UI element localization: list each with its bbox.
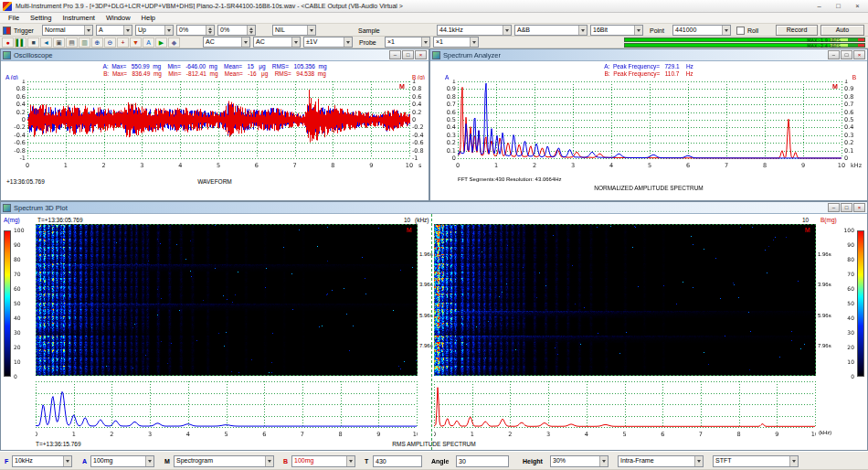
menu-help[interactable]: Help [136,14,161,22]
frame-mode-select[interactable]: Intra-Frame [618,455,704,467]
print-icon[interactable]: ▤ [66,37,78,48]
voltage-range-select[interactable]: ±1V [303,37,353,48]
plot3d-close-button[interactable]: × [853,203,865,212]
osc-maximize-button[interactable]: □ [402,50,414,59]
auto-button[interactable]: Auto [820,25,864,36]
cursor-icon[interactable]: + [117,37,129,48]
sampling-rate-select[interactable]: 44.1kHz [437,25,512,36]
coupling-b-select[interactable]: AC [253,37,301,48]
sampling-channels-value: A&B [515,26,578,35]
probe-b-select[interactable]: ×1 [433,37,479,48]
record-icon[interactable]: ● [2,37,14,48]
spinner-arrows-icon [247,26,255,35]
dropdown-arrow-icon [84,26,92,35]
bit-resolution-select[interactable]: 16Bit [590,25,643,36]
waveform-plot[interactable] [1,80,429,175]
dropdown-arrow-icon [694,456,703,466]
height-select[interactable]: 30% [550,455,609,467]
scale-a-label: A [82,458,87,465]
fmax-select[interactable]: 10kHz [12,455,72,467]
osc-minimize-button[interactable]: – [389,50,401,59]
scale-a-select[interactable]: 100mg [90,455,154,467]
sample-label: Sample [358,27,380,34]
zoom-in-icon[interactable]: ⊕ [91,37,103,48]
trigger-source-value: A [97,26,123,35]
spec-close-button[interactable]: × [853,50,865,59]
close-button[interactable]: × [850,1,865,11]
coupling-a-select[interactable]: AC [203,37,250,48]
sg-b-marker[interactable]: M [805,227,810,233]
spectrogram-b[interactable] [434,224,816,376]
osc-marker[interactable]: M [399,83,405,90]
voltage-range-value: ±1V [304,37,344,47]
view-icon[interactable]: ◆ [168,37,180,48]
plot3d-maximize-button[interactable]: □ [841,203,852,212]
dropdown-arrow-icon [164,26,173,35]
rms-spectrum-b[interactable] [434,381,816,440]
window-title: Multi-Instrument Pro 3.9 - [+3DP+DLG+LCR… [16,3,808,9]
spectrogram-a[interactable] [36,224,418,376]
plot3d-title: Spectrum 3D Plot [14,204,68,212]
trigger-source-select[interactable]: A [96,25,132,36]
spectrum-plot[interactable] [430,80,867,175]
freq-max-label: 10 [404,217,410,223]
menu-instrument[interactable]: Instrument [57,14,100,22]
display-mode-select[interactable]: Spectrogram [174,455,274,467]
coupling-a-value: AC [204,37,241,47]
trigger-delay-spinner[interactable]: 0% [217,25,256,36]
probe-a-select[interactable]: ×1 [385,37,430,48]
dropdown-arrow-icon [63,456,71,466]
frequency-rejection-select[interactable]: NIL [272,25,316,36]
zoom-out-icon[interactable]: ⊖ [104,37,116,48]
colorbar-a-label: A(mg) [4,217,20,223]
marker-icon[interactable]: ▼ [130,37,142,48]
minimize-button[interactable]: – [811,1,827,11]
rms-caption: RMS AMPLITUDE SPECTRUM [1,441,867,447]
stop-icon[interactable]: ■ [27,37,39,48]
angle-label: Angle [431,458,449,465]
maximize-button[interactable]: □ [831,1,846,11]
record-button[interactable]: Record [776,25,818,36]
angle-input[interactable] [456,455,509,467]
segments-input[interactable] [373,455,422,467]
panel-buttons: – □ × [389,50,427,59]
rms-spectrum-a[interactable] [36,381,418,440]
spec-minimize-button[interactable]: – [828,50,840,59]
copy-icon[interactable]: ▥ [79,37,90,48]
menu-file[interactable]: File [3,14,25,22]
spectrum-analyzer-panel: Spectrum Analyzer – □ × A: Peak Frequenc… [429,48,868,201]
trigger-mode-select[interactable]: Normal [42,25,93,36]
save-icon[interactable]: ▣ [53,37,65,48]
labels-icon[interactable]: A [143,37,154,48]
height-label: Height [523,458,543,465]
sampling-channels-select[interactable]: A&B [514,25,587,36]
trigger-edge-select[interactable]: Up [135,25,174,36]
spec-maximize-button[interactable]: □ [841,50,852,59]
record-length-select[interactable]: 441000 [672,25,731,36]
freq-unit-label: (kHz) [415,217,429,223]
spec-marker[interactable]: M [832,83,838,90]
spinner-arrows-icon [206,26,214,35]
scale-b-label: B [283,458,288,465]
rewind-icon[interactable]: ◄ [40,37,52,48]
dropdown-arrow-icon [789,456,798,466]
display-mode-value: Spectrogram [175,456,265,466]
menu-window[interactable]: Window [101,14,136,22]
play-icon[interactable]: ▶ [155,37,167,48]
spectrum-analyzer-icon [432,51,440,59]
scale-b-select[interactable]: 100mg [291,455,355,467]
frequency-rejection-value: NIL [273,26,307,35]
osc-close-button[interactable]: × [415,50,427,59]
channel-toolbar: ●▌▌■◄▣▤▥⊕⊖+▼A▶◆ AC AC ±1V Probe ×1 ×1 MA… [0,37,868,48]
roll-checkbox[interactable] [736,27,745,35]
transform-select[interactable]: STFT [713,455,799,467]
pause-icon[interactable]: ▌▌ [15,37,26,48]
transform-value: STFT [714,456,789,466]
spectrum-caption: NORMALIZED AMPLITUDE SPECTRUM [430,185,867,191]
plot3d-minimize-button[interactable]: – [828,203,840,212]
display-mode-label: M [164,458,170,465]
roll-label: Roll [747,27,758,34]
sg-a-marker[interactable]: M [407,227,412,233]
menu-setting[interactable]: Setting [25,14,57,22]
trigger-level-spinner[interactable]: 0% [176,25,215,36]
